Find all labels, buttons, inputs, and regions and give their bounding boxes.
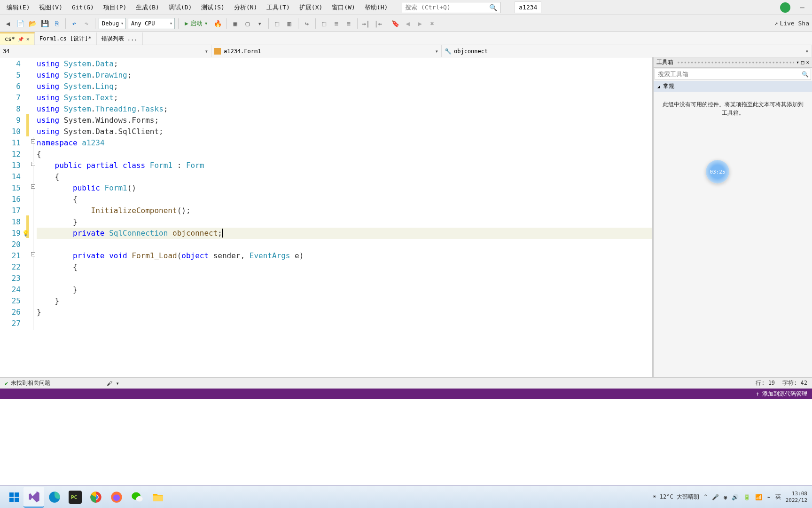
tray-battery-icon[interactable]: 🔋 [743, 494, 750, 500]
tray-volume-icon[interactable]: 🔊 [732, 494, 739, 500]
svg-rect-3 [15, 498, 19, 502]
prev-bookmark-icon[interactable]: ◀ [403, 18, 413, 29]
tray-wifi-icon[interactable]: 📶 [755, 494, 762, 500]
platform-combo[interactable]: Any CPU [128, 18, 175, 29]
taskbar: PC ☀ 12°C 大部晴朗 ^ 🎤 ◉ 🔊 🔋 📶 ⌁ 英 13:082022… [0, 485, 812, 508]
menu-extensions[interactable]: 扩展(X) [295, 1, 327, 14]
app-edge[interactable] [44, 487, 65, 508]
save-icon[interactable]: 💾 [39, 18, 50, 29]
app-pycharm[interactable]: PC [65, 487, 86, 508]
toolbox-header: 工具箱 ∙∙∙∙∙∙∙∙∙∙∙∙∙∙∙∙∙∙∙∙∙∙∙∙∙∙∙∙∙∙∙∙∙∙∙∙… [654, 57, 812, 68]
share-icon: ↗ [774, 20, 778, 27]
close-panel-icon[interactable]: ✕ [806, 59, 809, 65]
status-issues[interactable]: 未找到相关问题 [11, 379, 50, 387]
tray-chevron-icon[interactable]: ^ [704, 494, 707, 500]
weather-widget[interactable]: ☀ 12°C 大部晴朗 [653, 493, 699, 501]
solution-name[interactable]: a1234 [515, 1, 541, 13]
brush-icon[interactable]: 🖌 ▾ [107, 380, 119, 387]
timer-overlay[interactable]: 03:25 [706, 160, 729, 183]
cut-icon[interactable]: ⬚ [319, 18, 329, 29]
tab-cs[interactable]: cs*📌✕ [0, 32, 35, 45]
pin-icon[interactable]: 📌 [18, 37, 23, 42]
menu-window[interactable]: 窗口(W) [327, 1, 359, 14]
svg-point-11 [113, 494, 120, 501]
dropdown-icon[interactable]: ▾ [796, 59, 799, 65]
menu-tools[interactable]: 工具(T) [262, 1, 294, 14]
menu-test[interactable]: 测试(S) [196, 1, 229, 14]
toolbar: ◀ 📄 📂 💾 ⎘ ↶ ↷ Debug Any CPU 启动 ▾ 🔥 ▦ ▢ ▾… [0, 15, 812, 32]
nav-class[interactable]: a1234.Form1 [211, 45, 442, 57]
menu-analyze[interactable]: 分析(N) [229, 1, 262, 14]
svg-point-13 [136, 496, 143, 501]
code-area[interactable]: using System.Data;using System.Drawing;u… [37, 57, 652, 377]
menu-project[interactable]: 项目(P) [99, 1, 131, 14]
undo-icon[interactable]: ↶ [69, 18, 79, 29]
app-wechat[interactable] [127, 487, 148, 508]
tab-designer[interactable]: Form1.cs [设计]* [35, 32, 97, 45]
open-icon[interactable]: 📂 [27, 18, 38, 29]
status-bar: ✔ 未找到相关问题 🖌 ▾ 行: 19 字符: 42 [0, 377, 812, 389]
live-share-button[interactable]: ↗Live Sha [774, 20, 809, 27]
menu-build[interactable]: 生成(B) [131, 1, 164, 14]
close-icon[interactable]: ✕ [26, 36, 30, 42]
run-button[interactable]: 启动 ▾ [182, 19, 211, 28]
tray-clock[interactable]: 13:082022/12 [786, 491, 807, 503]
menu-help[interactable]: 帮助(H) [360, 1, 392, 14]
app-vs[interactable] [23, 487, 44, 508]
tool3-icon[interactable]: ▾ [255, 18, 265, 29]
tray-ime[interactable]: 英 [775, 493, 781, 501]
nav-member[interactable]: 🔧objconnect [442, 45, 812, 57]
hot-reload-icon[interactable]: 🔥 [213, 18, 223, 29]
app-firefox[interactable] [106, 487, 127, 508]
menu-view[interactable]: 视图(V) [34, 1, 67, 14]
menu-git[interactable]: Git(G) [67, 2, 99, 13]
nav-bar: 34 a1234.Form1 🔧objconnect [0, 45, 812, 57]
saveall-icon[interactable]: ⎘ [52, 18, 62, 29]
new-icon[interactable]: 📄 [15, 18, 25, 29]
ok-icon: ✔ [5, 380, 8, 387]
toolbox-search[interactable]: 搜索工具箱 [655, 69, 811, 80]
source-control-bar[interactable]: 添加到源代码管理 [0, 389, 812, 399]
nav-project[interactable]: 34 [0, 45, 211, 57]
config-combo[interactable]: Debug [99, 18, 126, 29]
menu-debug[interactable]: 调试(D) [164, 1, 196, 14]
tab-bar: cs*📌✕ Form1.cs [设计]* 错误列表 ... [0, 32, 812, 45]
app-explorer[interactable] [148, 487, 168, 508]
outdent-icon[interactable]: |← [373, 18, 383, 29]
start-button[interactable] [5, 488, 23, 507]
app-chrome[interactable] [86, 487, 106, 508]
main-area: 4567891011121314151617181920212223242526… [0, 57, 812, 377]
status-col: 字符: 42 [782, 379, 807, 387]
menu-bar: 编辑(E) 视图(V) Git(G) 项目(P) 生成(B) 调试(D) 测试(… [0, 0, 812, 15]
status-line: 行: 19 [756, 379, 775, 387]
redo-icon[interactable]: ↷ [81, 18, 92, 29]
system-tray: ☀ 12°C 大部晴朗 ^ 🎤 ◉ 🔊 🔋 📶 ⌁ 英 13:082022/12 [653, 491, 807, 503]
search-input[interactable]: 搜索 (Ctrl+Q)🔍 [402, 2, 500, 13]
tool2-icon[interactable]: ▢ [242, 18, 253, 29]
tool4-icon[interactable]: ⬚ [272, 18, 282, 29]
toolbox-category[interactable]: 常规 [654, 81, 812, 92]
minimize-icon[interactable]: — [800, 3, 804, 12]
code-editor[interactable]: 4567891011121314151617181920212223242526… [0, 57, 652, 377]
uncomment-icon[interactable]: ≡ [344, 18, 354, 29]
tool5-icon[interactable]: ▥ [284, 18, 295, 29]
tray-mic-icon[interactable]: 🎤 [712, 494, 719, 500]
menu-edit[interactable]: 编辑(E) [2, 1, 34, 14]
comment-icon[interactable]: ≡ [331, 18, 342, 29]
maximize-icon[interactable]: □ [801, 59, 804, 65]
field-icon: 🔧 [445, 48, 451, 55]
user-avatar[interactable] [780, 2, 790, 13]
tray-bt-icon[interactable]: ⌁ [767, 494, 770, 500]
clear-bookmark-icon[interactable]: ✖ [427, 18, 437, 29]
back-icon[interactable]: ◀ [3, 18, 13, 29]
next-bookmark-icon[interactable]: ▶ [415, 18, 425, 29]
tab-errorlist[interactable]: 错误列表 ... [97, 32, 143, 45]
svg-rect-0 [9, 492, 14, 497]
indent-icon[interactable]: →| [361, 18, 371, 29]
fold-margin: −−−− [30, 57, 37, 377]
tray-shield-icon[interactable]: ◉ [724, 494, 727, 500]
tool1-icon[interactable]: ▦ [230, 18, 241, 29]
svg-rect-1 [15, 492, 19, 497]
step-out-icon[interactable]: ↪ [302, 18, 312, 29]
bookmark-icon[interactable]: 🔖 [390, 18, 401, 29]
